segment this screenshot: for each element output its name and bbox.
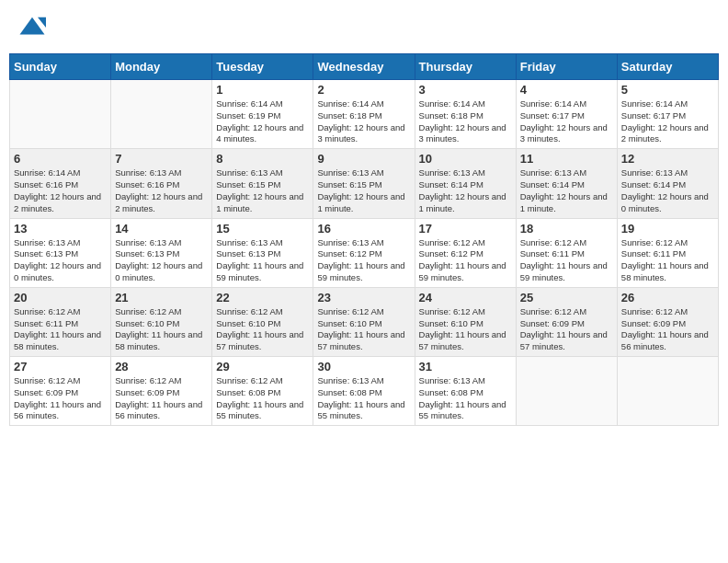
day-number: 27 bbox=[14, 360, 107, 373]
calendar-day-cell: 23Sunrise: 6:12 AM Sunset: 6:10 PM Dayli… bbox=[313, 287, 415, 356]
column-header-friday: Friday bbox=[516, 54, 617, 80]
day-number: 11 bbox=[520, 152, 613, 166]
day-number: 1 bbox=[216, 83, 309, 97]
day-info: Sunrise: 6:14 AM Sunset: 6:17 PM Dayligh… bbox=[621, 98, 714, 145]
day-info: Sunrise: 6:12 AM Sunset: 6:11 PM Dayligh… bbox=[621, 237, 714, 284]
calendar-day-cell: 27Sunrise: 6:12 AM Sunset: 6:09 PM Dayli… bbox=[10, 357, 111, 426]
day-number: 16 bbox=[317, 222, 410, 236]
calendar-week-row: 6Sunrise: 6:14 AM Sunset: 6:16 PM Daylig… bbox=[10, 149, 719, 218]
calendar-day-cell: 3Sunrise: 6:14 AM Sunset: 6:18 PM Daylig… bbox=[415, 80, 516, 149]
day-number: 9 bbox=[317, 152, 410, 166]
day-info: Sunrise: 6:13 AM Sunset: 6:13 PM Dayligh… bbox=[216, 237, 309, 284]
day-number: 14 bbox=[115, 222, 208, 236]
day-number: 29 bbox=[216, 360, 309, 373]
calendar-day-cell: 28Sunrise: 6:12 AM Sunset: 6:09 PM Dayli… bbox=[111, 357, 212, 426]
day-info: Sunrise: 6:13 AM Sunset: 6:13 PM Dayligh… bbox=[14, 237, 107, 284]
day-info: Sunrise: 6:14 AM Sunset: 6:16 PM Dayligh… bbox=[14, 167, 107, 214]
calendar-header-row: SundayMondayTuesdayWednesdayThursdayFrid… bbox=[10, 54, 719, 80]
day-number: 2 bbox=[317, 83, 410, 97]
calendar-day-cell: 14Sunrise: 6:13 AM Sunset: 6:13 PM Dayli… bbox=[111, 218, 212, 287]
calendar-day-cell: 6Sunrise: 6:14 AM Sunset: 6:16 PM Daylig… bbox=[10, 149, 111, 218]
calendar-day-cell: 4Sunrise: 6:14 AM Sunset: 6:17 PM Daylig… bbox=[516, 80, 617, 149]
day-number: 13 bbox=[14, 222, 107, 236]
calendar-day-cell: 31Sunrise: 6:13 AM Sunset: 6:08 PM Dayli… bbox=[415, 357, 516, 426]
day-info: Sunrise: 6:12 AM Sunset: 6:11 PM Dayligh… bbox=[520, 237, 613, 284]
day-number: 17 bbox=[419, 222, 512, 236]
day-number: 28 bbox=[115, 360, 208, 373]
day-info: Sunrise: 6:14 AM Sunset: 6:18 PM Dayligh… bbox=[317, 98, 410, 145]
calendar-day-cell: 20Sunrise: 6:12 AM Sunset: 6:11 PM Dayli… bbox=[10, 287, 111, 356]
calendar-day-cell: 8Sunrise: 6:13 AM Sunset: 6:15 PM Daylig… bbox=[212, 149, 313, 218]
day-info: Sunrise: 6:12 AM Sunset: 6:10 PM Dayligh… bbox=[317, 306, 410, 353]
column-header-sunday: Sunday bbox=[10, 54, 111, 80]
calendar-day-cell: 18Sunrise: 6:12 AM Sunset: 6:11 PM Dayli… bbox=[516, 218, 617, 287]
logo bbox=[18, 14, 50, 41]
day-info: Sunrise: 6:12 AM Sunset: 6:12 PM Dayligh… bbox=[419, 237, 512, 284]
day-info: Sunrise: 6:12 AM Sunset: 6:10 PM Dayligh… bbox=[115, 306, 208, 353]
day-number: 12 bbox=[621, 152, 714, 166]
column-header-thursday: Thursday bbox=[415, 54, 516, 80]
day-number: 6 bbox=[14, 152, 107, 166]
day-number: 4 bbox=[520, 83, 613, 97]
calendar-day-cell: 11Sunrise: 6:13 AM Sunset: 6:14 PM Dayli… bbox=[516, 149, 617, 218]
day-info: Sunrise: 6:12 AM Sunset: 6:09 PM Dayligh… bbox=[14, 375, 107, 422]
day-info: Sunrise: 6:12 AM Sunset: 6:10 PM Dayligh… bbox=[216, 306, 309, 353]
day-info: Sunrise: 6:13 AM Sunset: 6:14 PM Dayligh… bbox=[419, 167, 512, 214]
day-number: 15 bbox=[216, 222, 309, 236]
calendar-day-cell: 21Sunrise: 6:12 AM Sunset: 6:10 PM Dayli… bbox=[111, 287, 212, 356]
calendar-day-cell: 13Sunrise: 6:13 AM Sunset: 6:13 PM Dayli… bbox=[10, 218, 111, 287]
day-info: Sunrise: 6:12 AM Sunset: 6:09 PM Dayligh… bbox=[520, 306, 613, 353]
calendar-day-cell bbox=[10, 80, 111, 149]
day-info: Sunrise: 6:12 AM Sunset: 6:11 PM Dayligh… bbox=[14, 306, 107, 353]
column-header-tuesday: Tuesday bbox=[212, 54, 313, 80]
day-info: Sunrise: 6:14 AM Sunset: 6:17 PM Dayligh… bbox=[520, 98, 613, 145]
day-number: 3 bbox=[419, 83, 512, 97]
day-number: 23 bbox=[317, 291, 410, 304]
calendar-day-cell: 22Sunrise: 6:12 AM Sunset: 6:10 PM Dayli… bbox=[212, 287, 313, 356]
page-header bbox=[9, 9, 719, 46]
day-info: Sunrise: 6:13 AM Sunset: 6:14 PM Dayligh… bbox=[520, 167, 613, 214]
day-info: Sunrise: 6:13 AM Sunset: 6:12 PM Dayligh… bbox=[317, 237, 410, 284]
calendar-day-cell: 26Sunrise: 6:12 AM Sunset: 6:09 PM Dayli… bbox=[617, 287, 718, 356]
calendar-day-cell: 12Sunrise: 6:13 AM Sunset: 6:14 PM Dayli… bbox=[617, 149, 718, 218]
calendar-day-cell: 15Sunrise: 6:13 AM Sunset: 6:13 PM Dayli… bbox=[212, 218, 313, 287]
calendar-day-cell: 2Sunrise: 6:14 AM Sunset: 6:18 PM Daylig… bbox=[313, 80, 415, 149]
calendar-week-row: 13Sunrise: 6:13 AM Sunset: 6:13 PM Dayli… bbox=[10, 218, 719, 287]
day-info: Sunrise: 6:13 AM Sunset: 6:15 PM Dayligh… bbox=[216, 167, 309, 214]
day-info: Sunrise: 6:13 AM Sunset: 6:08 PM Dayligh… bbox=[419, 375, 512, 422]
day-number: 26 bbox=[621, 291, 714, 304]
day-info: Sunrise: 6:14 AM Sunset: 6:19 PM Dayligh… bbox=[216, 98, 309, 145]
logo-icon bbox=[18, 14, 46, 41]
calendar-day-cell bbox=[617, 357, 718, 426]
calendar-day-cell: 16Sunrise: 6:13 AM Sunset: 6:12 PM Dayli… bbox=[313, 218, 415, 287]
day-number: 20 bbox=[14, 291, 107, 304]
day-number: 18 bbox=[520, 222, 613, 236]
day-number: 22 bbox=[216, 291, 309, 304]
day-info: Sunrise: 6:13 AM Sunset: 6:13 PM Dayligh… bbox=[115, 237, 208, 284]
calendar-day-cell: 10Sunrise: 6:13 AM Sunset: 6:14 PM Dayli… bbox=[415, 149, 516, 218]
calendar-day-cell: 17Sunrise: 6:12 AM Sunset: 6:12 PM Dayli… bbox=[415, 218, 516, 287]
calendar-day-cell: 5Sunrise: 6:14 AM Sunset: 6:17 PM Daylig… bbox=[617, 80, 718, 149]
column-header-monday: Monday bbox=[111, 54, 212, 80]
day-info: Sunrise: 6:13 AM Sunset: 6:14 PM Dayligh… bbox=[621, 167, 714, 214]
day-info: Sunrise: 6:14 AM Sunset: 6:18 PM Dayligh… bbox=[419, 98, 512, 145]
calendar-day-cell: 25Sunrise: 6:12 AM Sunset: 6:09 PM Dayli… bbox=[516, 287, 617, 356]
column-header-saturday: Saturday bbox=[617, 54, 718, 80]
day-number: 19 bbox=[621, 222, 714, 236]
calendar-day-cell: 9Sunrise: 6:13 AM Sunset: 6:15 PM Daylig… bbox=[313, 149, 415, 218]
day-info: Sunrise: 6:13 AM Sunset: 6:15 PM Dayligh… bbox=[317, 167, 410, 214]
day-number: 10 bbox=[419, 152, 512, 166]
svg-marker-1 bbox=[38, 17, 46, 28]
calendar-week-row: 27Sunrise: 6:12 AM Sunset: 6:09 PM Dayli… bbox=[10, 357, 719, 426]
calendar-day-cell: 24Sunrise: 6:12 AM Sunset: 6:10 PM Dayli… bbox=[415, 287, 516, 356]
calendar-day-cell: 30Sunrise: 6:13 AM Sunset: 6:08 PM Dayli… bbox=[313, 357, 415, 426]
day-number: 21 bbox=[115, 291, 208, 304]
calendar-week-row: 20Sunrise: 6:12 AM Sunset: 6:11 PM Dayli… bbox=[10, 287, 719, 356]
calendar-day-cell: 29Sunrise: 6:12 AM Sunset: 6:08 PM Dayli… bbox=[212, 357, 313, 426]
day-number: 8 bbox=[216, 152, 309, 166]
calendar-day-cell: 7Sunrise: 6:13 AM Sunset: 6:16 PM Daylig… bbox=[111, 149, 212, 218]
calendar-day-cell bbox=[516, 357, 617, 426]
calendar-day-cell: 1Sunrise: 6:14 AM Sunset: 6:19 PM Daylig… bbox=[212, 80, 313, 149]
day-info: Sunrise: 6:13 AM Sunset: 6:08 PM Dayligh… bbox=[317, 375, 410, 422]
column-header-wednesday: Wednesday bbox=[313, 54, 415, 80]
